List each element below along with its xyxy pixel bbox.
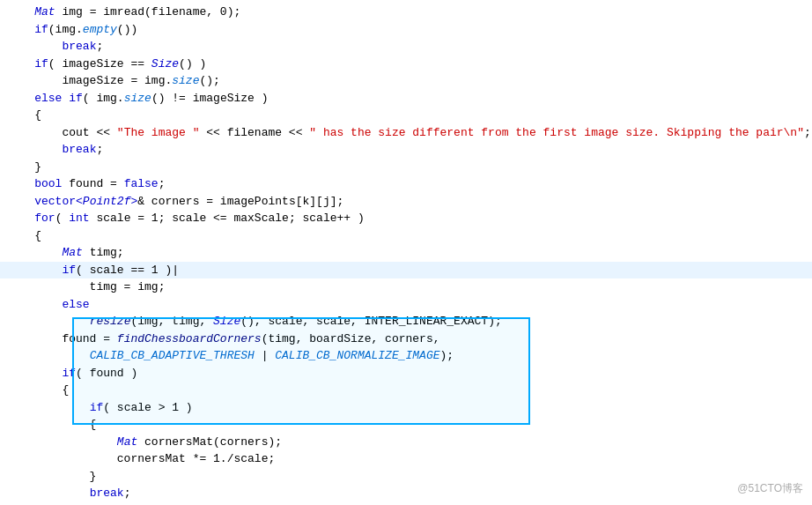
code-line-18: else: [0, 296, 812, 314]
code-line-28: }: [0, 468, 812, 486]
code-line-5: imageSize = img.size();: [0, 72, 812, 90]
code-line-8: cout << "The image " << filename << " ha…: [0, 124, 812, 142]
code-line-26: Mat cornersMat(corners);: [0, 434, 812, 451]
code-line-4: if( imageSize == Size() ): [0, 56, 812, 73]
code-line-12: vector<Point2f>& corners = imagePoints[k…: [0, 193, 812, 211]
watermark: @51CTO博客: [737, 480, 803, 496]
code-line-16: if( scale == 1 )|: [0, 262, 812, 279]
code-line-6: else if( img.size() != imageSize ): [0, 90, 812, 108]
code-line-17: timg = img;: [0, 278, 812, 296]
code-line-23: {: [0, 382, 812, 399]
code-line-3: break;: [0, 38, 812, 56]
code-line-24: if( scale > 1 ): [0, 399, 812, 417]
code-line-21: CALIB_CB_ADAPTIVE_THRESH | CALIB_CB_NORM…: [0, 347, 812, 365]
code-line-19: resize(img, timg, Size(), scale, scale, …: [0, 313, 812, 330]
code-line-9: break;: [0, 141, 812, 159]
code-line-14: {: [0, 227, 812, 245]
code-line-15: Mat timg;: [0, 244, 812, 262]
code-line-25: {: [0, 416, 812, 434]
code-editor: Mat img = imread(filename, 0); if(img.em…: [0, 0, 812, 505]
code-line-29: break;: [0, 485, 812, 502]
code-line-22: if( found ): [0, 365, 812, 382]
code-line-30: }: [0, 502, 812, 506]
code-line-20: found = findChessboardCorners(timg, boar…: [0, 330, 812, 348]
code-line-13: for( int scale = 1; scale <= maxScale; s…: [0, 210, 812, 227]
code-line-1: Mat img = imread(filename, 0);: [0, 4, 812, 21]
code-line-10: }: [0, 159, 812, 176]
code-line-7: {: [0, 107, 812, 124]
code-line-11: bool found = false;: [0, 175, 812, 193]
code-line-27: cornersMat *= 1./scale;: [0, 450, 812, 468]
code-line-2: if(img.empty()): [0, 21, 812, 39]
